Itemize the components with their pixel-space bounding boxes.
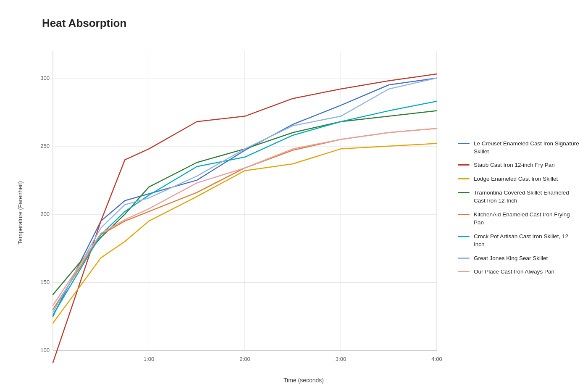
legend-label: KitchenAid Enameled Cast Iron Frying Pan — [474, 211, 580, 227]
legend-label: Our Place Cast Iron Always Pan — [474, 268, 554, 276]
legend-line-color — [458, 164, 470, 166]
legend-line-color — [458, 271, 470, 272]
svg-text:250: 250 — [40, 143, 50, 149]
legend-line-color — [458, 258, 470, 259]
chart-svg: 1001502002503001:002:003:004:00 — [28, 42, 445, 374]
legend: Le Creuset Enameled Cast Iron Signature … — [445, 42, 580, 374]
legend-item: Staub Cast Iron 12-inch Fry Pan — [458, 161, 580, 169]
legend-item: KitchenAid Enameled Cast Iron Frying Pan — [458, 211, 580, 227]
svg-text:2:00: 2:00 — [239, 356, 250, 362]
legend-line-color — [458, 192, 470, 193]
legend-item: Great Jones King Sear Skillet — [458, 255, 580, 263]
legend-line-color — [458, 214, 470, 215]
chart-plot-wrap: 1001502002503001:002:003:004:00 — [28, 42, 445, 374]
chart-body: Temperature (Farenheit) 1001502002503001… — [17, 42, 580, 384]
svg-text:3:00: 3:00 — [336, 356, 346, 362]
legend-item: Crock Pot Artisan Cast Iron Skillet, 12 … — [458, 233, 580, 249]
svg-text:1:00: 1:00 — [144, 356, 154, 362]
legend-label: Great Jones King Sear Skillet — [474, 255, 548, 263]
svg-text:300: 300 — [40, 75, 50, 81]
chart-title: Heat Absorption — [42, 17, 580, 30]
legend-label: Le Creuset Enameled Cast Iron Signature … — [474, 140, 580, 156]
chart-container: Heat Absorption Temperature (Farenheit) … — [0, 0, 588, 392]
legend-label: Lodge Enameled Cast Iron Skillet — [474, 175, 558, 183]
legend-item: Our Place Cast Iron Always Pan — [458, 268, 580, 276]
legend-label: Staub Cast Iron 12-inch Fry Pan — [474, 161, 555, 169]
y-axis-label: Temperature (Farenheit) — [17, 42, 24, 384]
legend-line-color — [458, 143, 470, 144]
legend-item: Tramontina Covered Skillet Enameled Cast… — [458, 189, 580, 205]
legend-label: Tramontina Covered Skillet Enameled Cast… — [474, 189, 580, 205]
svg-text:200: 200 — [40, 211, 50, 217]
svg-text:4:00: 4:00 — [431, 356, 442, 362]
legend-label: Crock Pot Artisan Cast Iron Skillet, 12 … — [474, 233, 580, 249]
svg-text:100: 100 — [40, 347, 50, 353]
x-axis-label: Time (seconds) — [28, 377, 580, 384]
svg-text:150: 150 — [40, 279, 50, 285]
legend-line-color — [458, 236, 470, 237]
chart-area: 1001502002503001:002:003:004:00 Le Creus… — [28, 42, 580, 384]
legend-item: Lodge Enameled Cast Iron Skillet — [458, 175, 580, 183]
chart-plot-and-legend: 1001502002503001:002:003:004:00 Le Creus… — [28, 42, 580, 374]
legend-line-color — [458, 178, 470, 179]
legend-item: Le Creuset Enameled Cast Iron Signature … — [458, 140, 580, 156]
